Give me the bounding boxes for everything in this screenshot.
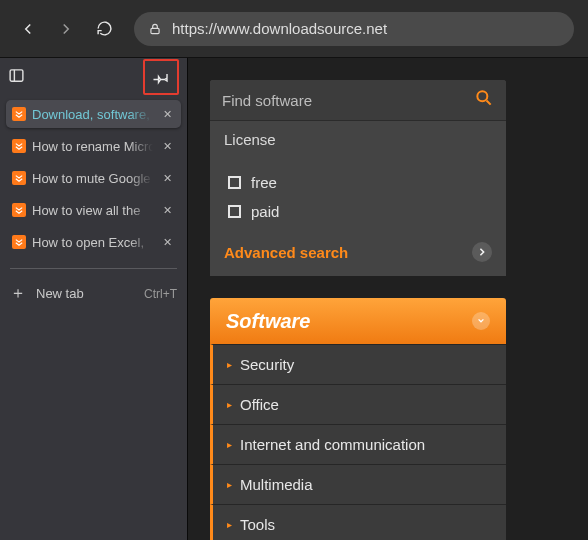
category-item[interactable]: ▸ Tools — [210, 504, 506, 540]
tab-item[interactable]: Download, software, drivers ✕ — [6, 100, 181, 128]
category-label: Multimedia — [240, 476, 313, 493]
new-tab-shortcut: Ctrl+T — [144, 287, 177, 301]
close-tab-icon[interactable]: ✕ — [159, 138, 175, 154]
license-paid-label: paid — [251, 203, 279, 220]
category-item[interactable]: ▸ Internet and communication — [210, 424, 506, 464]
bullet-icon: ▸ — [227, 520, 232, 530]
tab-actions-icon[interactable] — [8, 67, 25, 88]
license-heading: License — [210, 120, 506, 158]
plus-icon: ＋ — [10, 283, 26, 304]
advanced-search-link[interactable]: Advanced search — [224, 244, 348, 261]
search-panel: License free paid Advanced search — [210, 80, 506, 276]
tab-title: Download, software, drivers — [32, 107, 153, 122]
tab-item[interactable]: How to view all the ✕ — [6, 196, 181, 224]
license-option-free[interactable]: free — [210, 168, 506, 197]
back-button[interactable] — [14, 15, 42, 43]
address-bar-text: https://www.downloadsource.net — [172, 20, 387, 37]
close-tab-icon[interactable]: ✕ — [159, 170, 175, 186]
category-label: Office — [240, 396, 279, 413]
site-favicon — [12, 107, 26, 121]
checkbox-icon[interactable] — [228, 205, 241, 218]
software-heading: Software — [226, 310, 310, 333]
vertical-tabs-panel: Download, software, drivers ✕ How to ren… — [0, 58, 188, 540]
bullet-icon: ▸ — [227, 480, 232, 490]
close-tab-icon[interactable]: ✕ — [159, 234, 175, 250]
close-tab-icon[interactable]: ✕ — [159, 202, 175, 218]
advanced-search-go-icon[interactable] — [472, 242, 492, 262]
tab-title: How to open Excel, — [32, 235, 153, 250]
reload-button[interactable] — [90, 15, 118, 43]
search-row — [210, 80, 506, 120]
category-label: Tools — [240, 516, 275, 533]
bullet-icon: ▸ — [227, 440, 232, 450]
new-tab-label: New tab — [36, 286, 84, 301]
category-label: Internet and communication — [240, 436, 425, 453]
address-bar[interactable]: https://www.downloadsource.net — [134, 12, 574, 46]
category-item[interactable]: ▸ Security — [210, 344, 506, 384]
tab-item[interactable]: How to mute Google ✕ — [6, 164, 181, 192]
forward-button[interactable] — [52, 15, 80, 43]
bullet-icon: ▸ — [227, 400, 232, 410]
lock-icon — [148, 22, 162, 36]
tab-title: How to view all the — [32, 203, 153, 218]
site-favicon — [12, 171, 26, 185]
software-header[interactable]: Software — [210, 298, 506, 344]
tab-title: How to mute Google — [32, 171, 153, 186]
svg-rect-1 — [10, 69, 23, 80]
software-panel: Software ▸ Security ▸ Office ▸ Internet … — [210, 298, 506, 540]
tab-list: Download, software, drivers ✕ How to ren… — [0, 96, 187, 260]
close-tab-icon[interactable]: ✕ — [159, 106, 175, 122]
license-free-label: free — [251, 174, 277, 191]
site-favicon — [12, 203, 26, 217]
browser-toolbar: https://www.downloadsource.net — [0, 0, 588, 58]
tab-item[interactable]: How to rename Microsoft ✕ — [6, 132, 181, 160]
svg-point-2 — [477, 91, 487, 101]
site-favicon — [12, 139, 26, 153]
chevron-down-icon — [472, 312, 490, 330]
category-item[interactable]: ▸ Office — [210, 384, 506, 424]
bullet-icon: ▸ — [227, 360, 232, 370]
divider — [10, 268, 177, 269]
site-favicon — [12, 235, 26, 249]
search-input[interactable] — [222, 92, 474, 109]
checkbox-icon[interactable] — [228, 176, 241, 189]
tab-item[interactable]: How to open Excel, ✕ — [6, 228, 181, 256]
search-icon[interactable] — [474, 88, 494, 112]
new-tab-button[interactable]: ＋ New tab Ctrl+T — [0, 277, 187, 310]
category-label: Security — [240, 356, 294, 373]
license-option-paid[interactable]: paid — [210, 197, 506, 226]
category-item[interactable]: ▸ Multimedia — [210, 464, 506, 504]
svg-rect-0 — [151, 28, 159, 33]
pin-tabs-button[interactable] — [143, 59, 179, 95]
tab-title: How to rename Microsoft — [32, 139, 153, 154]
page-content: License free paid Advanced search Softwa… — [188, 58, 588, 540]
